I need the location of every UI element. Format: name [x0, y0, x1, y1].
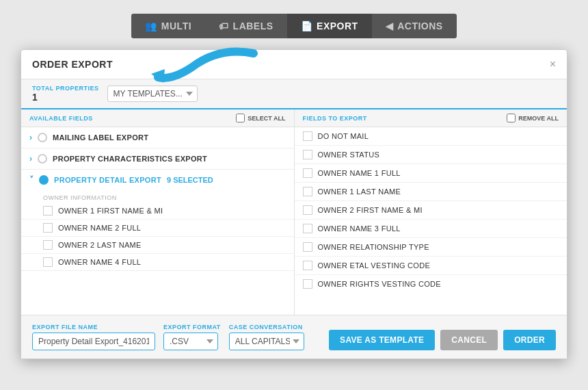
nav-item-export[interactable]: 📄 Export: [287, 14, 372, 38]
fields-to-export-label: FIELDS TO EXPORT: [303, 115, 367, 122]
right-panel[interactable]: FIELDS TO EXPORT REMOVE ALL DO NOT MAIL …: [295, 109, 567, 315]
mailing-label-text: MAILING LABEL EXPORT: [53, 133, 148, 142]
left-field-item: OWNER NAME 4 FULL: [21, 254, 294, 270]
case-conversation-select[interactable]: ALL CAPITALS Lower case Mixed Case: [229, 333, 304, 350]
export-file-name-input[interactable]: [32, 333, 155, 350]
owner1-lastname-checkbox[interactable]: [303, 187, 312, 196]
property-detail-selected-badge: 9 SELECTED: [167, 176, 213, 184]
property-detail-text: PROPERTY DETAIL EXPORT: [54, 176, 161, 184]
cancel-button[interactable]: CANCEL: [440, 330, 498, 350]
owner1-lastname-label: OWNER 1 LAST NAME: [318, 187, 401, 196]
owner-name2-checkbox[interactable]: [43, 223, 53, 233]
owner2-firstname-mi-checkbox[interactable]: [303, 205, 312, 215]
select-all-checkbox[interactable]: [236, 114, 245, 122]
mailing-radio[interactable]: [38, 133, 47, 142]
nav-item-labels[interactable]: 🏷 Labels: [205, 14, 287, 38]
right-field-item: OWNER RELATIONSHIP TYPE: [295, 238, 567, 257]
top-nav: 👥 Multi 🏷 Labels 📄 Export ◀ Actions: [131, 14, 456, 38]
modal-body: AVAILABLE FIELDS SELECT ALL › MAILING LA…: [21, 109, 567, 315]
property-characteristics-group: › PROPERTY CHARACTERISTICS EXPORT: [21, 148, 294, 170]
close-button[interactable]: ×: [550, 58, 556, 70]
nav-item-actions[interactable]: ◀ Actions: [372, 14, 457, 38]
total-count: 1: [32, 92, 99, 103]
owner-relationship-checkbox[interactable]: [303, 242, 312, 252]
export-format-field: EXPORT FORMAT .CSV .XLS .TXT: [163, 324, 221, 350]
left-col-header: AVAILABLE FIELDS SELECT ALL: [21, 109, 294, 127]
right-field-item: OWNER STATUS: [295, 146, 567, 164]
owner-rights-vesting-label: OWNER RIGHTS VESTING CODE: [318, 280, 441, 288]
property-detail-group: ˅ PROPERTY DETAIL EXPORT 9 SELECTED OWNE…: [21, 170, 294, 271]
owner2-firstname-mi-label: OWNER 2 FIRST NAME & MI: [318, 206, 423, 214]
remove-all-label: REMOVE ALL: [518, 115, 559, 122]
owner-name1-full-checkbox[interactable]: [303, 168, 312, 178]
remove-all-checkbox[interactable]: [507, 114, 516, 122]
select-all-area: SELECT ALL: [236, 114, 285, 122]
right-field-item: DO NOT MAIL: [295, 127, 567, 146]
owner-status-checkbox[interactable]: [303, 150, 312, 159]
property-detail-header[interactable]: ˅ PROPERTY DETAIL EXPORT 9 SELECTED: [21, 170, 294, 190]
owner-etal-vesting-checkbox[interactable]: [303, 261, 312, 270]
order-button[interactable]: ORDER: [503, 330, 556, 350]
modal-title: ORDER EXPORT: [32, 59, 113, 70]
labels-icon: 🏷: [219, 21, 229, 31]
property-characteristics-text: PROPERTY CHARACTERISTICS EXPORT: [53, 155, 207, 163]
right-field-item: OWNER ETAL VESTING CODE: [295, 257, 567, 275]
modal-footer: EXPORT FILE NAME EXPORT FORMAT .CSV .XLS…: [21, 315, 567, 359]
left-panel[interactable]: AVAILABLE FIELDS SELECT ALL › MAILING LA…: [21, 109, 295, 315]
right-field-item: OWNER 2 FIRST NAME & MI: [295, 201, 567, 220]
owner-information-sublabel: OWNER INFORMATION: [21, 190, 294, 203]
do-not-mail-label: DO NOT MAIL: [318, 132, 369, 140]
select-all-label: SELECT ALL: [248, 115, 285, 122]
right-field-item: OWNER RIGHTS VESTING CODE: [295, 275, 567, 293]
actions-chevron-icon: ◀: [386, 21, 394, 31]
left-field-item: OWNER 1 FIRST NAME & MI: [21, 203, 294, 220]
property-characteristics-header[interactable]: › PROPERTY CHARACTERISTICS EXPORT: [21, 148, 294, 169]
footer-buttons: SAVE AS TEMPLATE CANCEL ORDER: [329, 330, 556, 350]
owner-name3-full-checkbox[interactable]: [303, 224, 312, 233]
total-properties-label: TOTAL PROPERTIES: [32, 85, 99, 92]
owner2-lastname-label: OWNER 2 LAST NAME: [58, 241, 142, 249]
property-characteristics-radio[interactable]: [38, 154, 47, 164]
nav-export-label: Export: [317, 21, 358, 31]
owner2-lastname-checkbox[interactable]: [43, 240, 53, 250]
owner-name3-full-label: OWNER NAME 3 FULL: [318, 224, 401, 233]
mailing-label-header[interactable]: › MAILING LABEL EXPORT: [21, 127, 294, 148]
owner1-firstname-label: OWNER 1 FIRST NAME & MI: [58, 207, 163, 215]
right-field-item: OWNER 1 LAST NAME: [295, 183, 567, 201]
property-detail-radio[interactable]: [39, 175, 49, 185]
right-field-item: OWNER NAME 3 FULL: [295, 220, 567, 238]
right-col-header: FIELDS TO EXPORT REMOVE ALL: [295, 109, 567, 127]
multi-icon: 👥: [145, 21, 157, 31]
template-select[interactable]: MY TEMPLATES...: [107, 86, 198, 102]
owner-name4-label: OWNER NAME 4 FULL: [58, 258, 141, 266]
right-field-item: OWNER NAME 1 FULL: [295, 164, 567, 183]
available-fields-label: AVAILABLE FIELDS: [29, 115, 93, 122]
case-conversation-field: CASE CONVERSATION ALL CAPITALS Lower cas…: [229, 324, 304, 350]
owner-name4-checkbox[interactable]: [43, 257, 53, 267]
export-format-label: EXPORT FORMAT: [163, 324, 221, 330]
export-icon: 📄: [301, 21, 313, 31]
owner-relationship-label: OWNER RELATIONSHIP TYPE: [318, 243, 429, 251]
save-template-button[interactable]: SAVE AS TEMPLATE: [329, 330, 435, 350]
left-field-item: OWNER NAME 2 FULL: [21, 220, 294, 237]
nav-multi-label: Multi: [161, 21, 191, 31]
mailing-label-group: › MAILING LABEL EXPORT: [21, 127, 294, 148]
export-file-name-label: EXPORT FILE NAME: [32, 324, 155, 330]
do-not-mail-checkbox[interactable]: [303, 131, 312, 141]
export-file-name-field: EXPORT FILE NAME: [32, 324, 155, 350]
total-properties-section: TOTAL PROPERTIES 1: [32, 85, 99, 103]
case-conversation-label: CASE CONVERSATION: [229, 324, 304, 330]
owner-name1-full-label: OWNER NAME 1 FULL: [318, 169, 401, 177]
owner1-firstname-checkbox[interactable]: [43, 206, 53, 216]
export-format-select[interactable]: .CSV .XLS .TXT: [163, 333, 218, 350]
nav-item-multi[interactable]: 👥 Multi: [131, 14, 205, 38]
owner-etal-vesting-label: OWNER ETAL VESTING CODE: [318, 261, 431, 270]
owner-name2-label: OWNER NAME 2 FULL: [58, 224, 141, 232]
nav-labels-label: Labels: [233, 21, 273, 31]
order-export-modal: ORDER EXPORT × TOTAL PROPERTIES 1 MY TEM…: [21, 49, 567, 359]
modal-header: ORDER EXPORT ×: [21, 50, 567, 79]
left-field-item: OWNER 2 LAST NAME: [21, 237, 294, 254]
remove-all-area: REMOVE ALL: [507, 114, 559, 122]
owner-rights-vesting-checkbox[interactable]: [303, 279, 312, 289]
mailing-chevron-icon: ›: [29, 133, 32, 142]
